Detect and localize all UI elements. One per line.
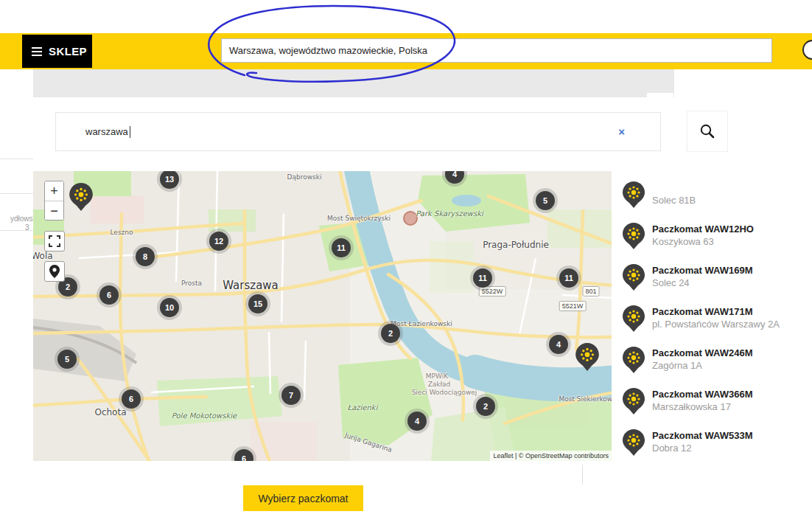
locate-button[interactable] — [44, 261, 65, 282]
map-attribution: Leaflet | © OpenStreetMap contributors — [490, 451, 612, 461]
paczkomat-list-item[interactable]: Paczkomat WAW169MSolec 24 — [623, 264, 807, 291]
location-pin-icon — [49, 265, 60, 278]
cluster-marker[interactable]: 12 — [209, 232, 228, 251]
clear-search-button[interactable]: × — [614, 125, 629, 138]
cluster-marker[interactable]: 2 — [476, 397, 495, 416]
map[interactable]: WarszawaPraga-PołudnieOchotaWolaDąbrowsk… — [33, 171, 612, 461]
zoom-out-button[interactable]: − — [45, 201, 63, 220]
cluster-marker[interactable]: 8 — [136, 247, 155, 266]
cluster-marker[interactable]: 4 — [549, 335, 568, 354]
paczkomat-code: Paczkomat WAW246M — [652, 347, 753, 359]
cluster-marker[interactable]: 13 — [160, 171, 179, 189]
modal-footer-divider — [582, 465, 583, 485]
paczkomat-list-item[interactable]: Solec 81B — [623, 181, 807, 208]
paczkomat-list: Solec 81BPaczkomat WAW12HOKoszykowa 63Pa… — [623, 177, 807, 456]
cluster-marker[interactable]: 11 — [473, 268, 492, 288]
paczkomat-address: pl. Powstańców Warszawy 2A — [652, 318, 780, 330]
paczkomat-code: Paczkomat WAW12HO — [652, 223, 754, 235]
paczkomat-pin-icon — [623, 223, 645, 249]
cluster-marker[interactable]: 4 — [445, 171, 464, 184]
paczkomat-list-item[interactable]: Paczkomat WAW246MZagórna 1A — [623, 347, 807, 373]
fullscreen-button[interactable] — [44, 231, 65, 251]
paczkomat-pin-icon — [623, 264, 645, 291]
cluster-marker[interactable]: 15 — [248, 294, 267, 313]
fullscreen-icon — [49, 235, 60, 247]
search-button[interactable] — [687, 111, 728, 152]
paczkomat-address: Solec 81B — [652, 194, 696, 207]
zoom-in-button[interactable]: + — [45, 181, 63, 201]
paczkomat-list-item[interactable]: Paczkomat WAW533MDobra 12 — [623, 429, 807, 456]
paczkomat-address: Koszykowa 63 — [652, 235, 754, 248]
search-icon — [699, 122, 716, 140]
location-input[interactable] — [221, 38, 772, 63]
paczkomat-marker[interactable] — [69, 183, 93, 211]
shop-menu-label: SKLEP — [49, 45, 87, 58]
cluster-marker[interactable]: 6 — [122, 389, 141, 409]
paczkomat-pin-icon — [623, 181, 645, 208]
hamburger-icon — [32, 47, 42, 56]
paczkomat-address: Solec 24 — [652, 277, 753, 289]
paczkomat-address: Dobra 12 — [652, 442, 753, 454]
paczkomat-list-item[interactable]: Paczkomat WAW12HOKoszykowa 63 — [623, 223, 807, 249]
cluster-marker[interactable]: 5 — [536, 191, 555, 210]
paczkomat-code: Paczkomat WAW366M — [652, 388, 753, 400]
choose-paczkomat-button[interactable]: Wybierz paczkomat — [243, 485, 363, 511]
page-fragment-line — [0, 159, 33, 159]
paczkomat-address: Marszałkowska 17 — [652, 400, 753, 413]
cluster-marker[interactable]: 10 — [160, 298, 179, 317]
page-fragment-text: 3 — [25, 223, 29, 232]
cluster-marker[interactable]: 2 — [381, 324, 400, 343]
cluster-marker[interactable]: 6 — [234, 449, 253, 461]
shop-menu-button[interactable]: SKLEP — [22, 35, 92, 68]
cluster-marker[interactable]: 11 — [332, 238, 351, 257]
cluster-marker[interactable]: 4 — [407, 412, 427, 431]
map-markers: 134512118261015111124567246 — [33, 171, 612, 461]
zoom-control: + − — [44, 181, 64, 221]
cluster-marker[interactable]: 6 — [99, 285, 119, 305]
paczkomat-pin-icon — [623, 388, 645, 414]
paczkomat-pin-icon — [623, 347, 645, 373]
page-fragment-line — [0, 193, 33, 194]
paczkomat-pin-icon — [623, 305, 645, 332]
cluster-marker[interactable]: 11 — [559, 268, 578, 288]
paczkomat-address: Zagórna 1A — [652, 359, 753, 372]
page: ydłowsk 3 SKLEP warszawa × — [0, 0, 812, 517]
paczkomat-code: Paczkomat WAW169M — [652, 264, 753, 277]
text-caret — [130, 126, 130, 138]
paczkomat-code: Paczkomat WAW533M — [652, 429, 753, 442]
paczkomat-code: Paczkomat WAW171M — [652, 305, 780, 318]
paczkomat-list-item[interactable]: Paczkomat WAW366MMarszałkowska 17 — [623, 388, 807, 414]
cluster-marker[interactable]: 7 — [281, 386, 301, 405]
paczkomat-search-input[interactable]: warszawa × — [55, 112, 661, 151]
cluster-marker[interactable]: 5 — [57, 350, 77, 369]
paczkomat-code — [652, 181, 696, 194]
modal-header-strip — [33, 69, 674, 97]
search-input-value: warszawa — [85, 126, 128, 137]
paczkomat-marker[interactable] — [575, 343, 599, 371]
paczkomat-pin-icon — [623, 429, 645, 456]
paczkomat-list-item[interactable]: Paczkomat WAW171Mpl. Powstańców Warszawy… — [623, 305, 807, 332]
